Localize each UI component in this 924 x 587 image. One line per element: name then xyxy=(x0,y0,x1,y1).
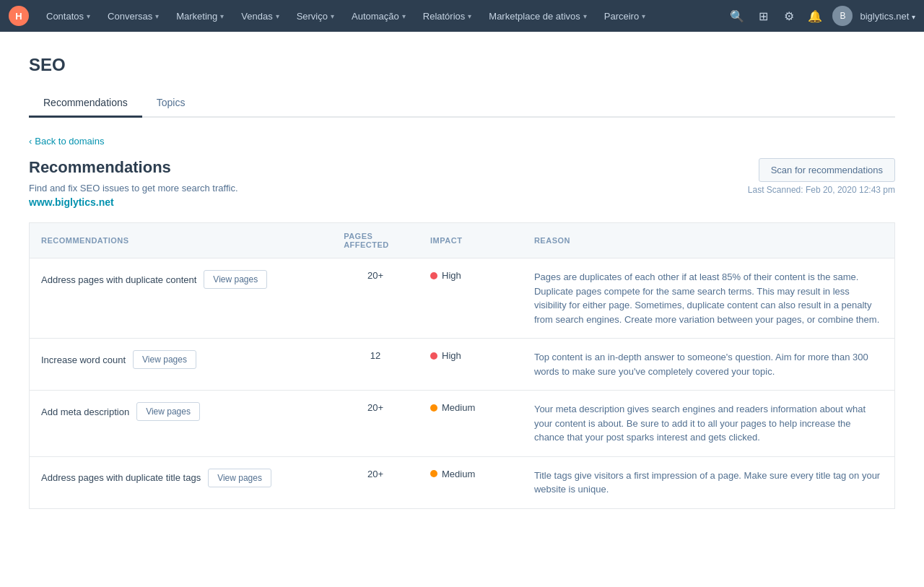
recommendation-label: Address pages with duplicate content xyxy=(41,274,196,285)
nav-conversas[interactable]: Conversas ▾ xyxy=(99,0,167,32)
nav-relatorios[interactable]: Relatórios ▾ xyxy=(414,0,481,32)
chevron-down-icon: ▾ xyxy=(220,12,224,20)
tabs: Recommendations Topics xyxy=(29,90,895,118)
pages-affected-cell-3: 20+ xyxy=(332,456,419,508)
chevron-left-icon: ‹ xyxy=(29,136,32,147)
impact-level-label: High xyxy=(442,350,461,361)
recommendation-label: Increase word count xyxy=(41,355,126,365)
table-row: Address pages with duplicate content Vie… xyxy=(30,258,895,339)
notifications-icon[interactable]: 🔔 xyxy=(803,4,827,27)
back-to-domains-link[interactable]: ‹ Back to domains xyxy=(29,136,104,147)
search-icon[interactable]: 🔍 xyxy=(725,4,749,27)
chevron-down-icon: ▾ xyxy=(468,12,471,20)
reason-text: Your meta description gives search engin… xyxy=(534,404,866,443)
nav-contatos[interactable]: Contatos ▾ xyxy=(38,0,99,32)
domain-url: www.biglytics.net xyxy=(29,196,238,208)
nav-parceiro[interactable]: Parceiro ▾ xyxy=(596,0,654,32)
impact-cell-2: Medium xyxy=(419,391,523,457)
table-row: Add meta description View pages 20+ Medi… xyxy=(30,391,895,457)
header-left: Recommendations Find and fix SEO issues … xyxy=(29,158,238,208)
reason-text: Title tags give visitors a first impress… xyxy=(534,470,880,495)
table-row: Address pages with duplicate title tags … xyxy=(30,456,895,508)
view-pages-button[interactable]: View pages xyxy=(204,270,267,289)
view-pages-button[interactable]: View pages xyxy=(136,402,200,421)
table-row: Increase word count View pages 12 High T… xyxy=(30,339,895,391)
topnav-right: 🔍 ⊞ ⚙ 🔔 B biglytics.net ▾ xyxy=(725,4,915,27)
col-header-reason: REASON xyxy=(523,223,895,258)
section-title: Recommendations xyxy=(29,158,238,177)
last-scanned-text: Last Scanned: Feb 20, 2020 12:43 pm xyxy=(748,185,895,195)
top-navigation: H Contatos ▾ Conversas ▾ Marketing ▾ Ven… xyxy=(0,0,924,32)
settings-icon[interactable]: ⚙ xyxy=(777,4,801,27)
table-body: Address pages with duplicate content Vie… xyxy=(30,258,895,509)
chevron-down-icon: ▾ xyxy=(155,12,159,20)
page-content: ‹ Back to domains Recommendations Find a… xyxy=(29,118,895,509)
recommendation-label: Address pages with duplicate title tags xyxy=(41,472,201,483)
nav-marketplace[interactable]: Marketplace de ativos ▾ xyxy=(480,0,595,32)
reason-cell-1: Top content is an in-depth answer to som… xyxy=(523,339,895,391)
nav-menu: Contatos ▾ Conversas ▾ Marketing ▾ Venda… xyxy=(38,0,725,32)
pages-affected-cell-1: 12 xyxy=(332,339,419,391)
pages-affected-cell-0: 20+ xyxy=(332,258,419,339)
page-container: SEO Recommendations Topics ‹ Back to dom… xyxy=(0,32,924,538)
chevron-down-icon: ▾ xyxy=(583,12,587,20)
nav-automacao[interactable]: Automação ▾ xyxy=(343,0,414,32)
apps-icon[interactable]: ⊞ xyxy=(751,4,775,27)
recommendation-label: Add meta description xyxy=(41,406,129,417)
page-title: SEO xyxy=(29,55,895,75)
impact-level-label: Medium xyxy=(442,402,475,413)
chevron-down-icon: ▾ xyxy=(331,12,334,20)
table-header: RECOMMENDATIONS PAGES AFFECTED IMPACT RE… xyxy=(30,223,895,258)
username-menu[interactable]: biglytics.net ▾ xyxy=(860,11,915,22)
hubspot-logo[interactable]: H xyxy=(9,6,29,26)
section-description: Find and fix SEO issues to get more sear… xyxy=(29,183,238,194)
recommendation-cell-2: Add meta description View pages xyxy=(30,391,333,457)
reason-cell-3: Title tags give visitors a first impress… xyxy=(523,456,895,508)
impact-cell-1: High xyxy=(419,339,523,391)
view-pages-button[interactable]: View pages xyxy=(133,350,196,369)
scan-recommendations-button[interactable]: Scan for recommendations xyxy=(759,158,895,182)
header-right: Scan for recommendations Last Scanned: F… xyxy=(748,158,895,195)
chevron-down-icon: ▾ xyxy=(276,12,279,20)
chevron-down-icon: ▾ xyxy=(642,12,645,20)
reason-text: Top content is an in-depth answer to som… xyxy=(534,352,868,377)
impact-cell-0: High xyxy=(419,258,523,339)
nav-vendas[interactable]: Vendas ▾ xyxy=(232,0,287,32)
impact-level-label: High xyxy=(442,270,461,281)
chevron-down-icon: ▾ xyxy=(87,12,90,20)
impact-dot-icon xyxy=(430,470,437,477)
impact-dot-icon xyxy=(430,404,437,412)
avatar[interactable]: B xyxy=(832,6,853,26)
recommendations-table: RECOMMENDATIONS PAGES AFFECTED IMPACT RE… xyxy=(29,222,895,509)
recommendation-cell-1: Increase word count View pages xyxy=(30,339,333,391)
impact-dot-icon xyxy=(430,272,437,279)
content-header: Recommendations Find and fix SEO issues … xyxy=(29,158,895,208)
impact-dot-icon xyxy=(430,352,437,360)
chevron-down-icon: ▾ xyxy=(912,13,915,21)
reason-cell-2: Your meta description gives search engin… xyxy=(523,391,895,457)
view-pages-button[interactable]: View pages xyxy=(208,469,271,487)
impact-level-label: Medium xyxy=(442,469,475,479)
pages-affected-cell-2: 20+ xyxy=(332,391,419,457)
chevron-down-icon: ▾ xyxy=(402,12,406,20)
svg-text:H: H xyxy=(15,11,22,22)
reason-text: Pages are duplicates of each other if at… xyxy=(534,271,879,325)
col-header-recommendations: RECOMMENDATIONS xyxy=(30,223,333,258)
recommendation-cell-3: Address pages with duplicate title tags … xyxy=(30,456,333,508)
nav-servico[interactable]: Serviço ▾ xyxy=(288,0,343,32)
col-header-pages-affected: PAGES AFFECTED xyxy=(332,223,419,258)
impact-cell-3: Medium xyxy=(419,456,523,508)
recommendation-cell-0: Address pages with duplicate content Vie… xyxy=(30,258,333,339)
col-header-impact: IMPACT xyxy=(419,223,523,258)
reason-cell-0: Pages are duplicates of each other if at… xyxy=(523,258,895,339)
tab-recommendations[interactable]: Recommendations xyxy=(29,90,142,118)
nav-marketing[interactable]: Marketing ▾ xyxy=(167,0,232,32)
tab-topics[interactable]: Topics xyxy=(142,90,200,118)
